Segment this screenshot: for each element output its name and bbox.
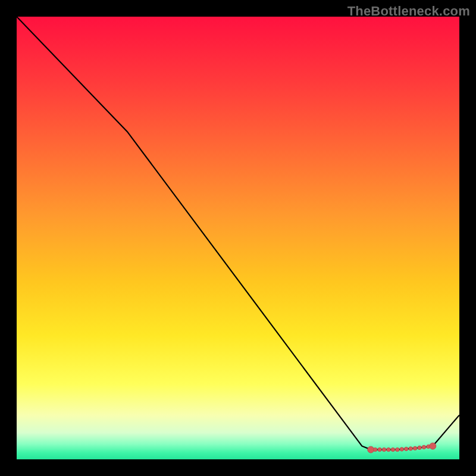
plot-frame [17,17,459,459]
optimum-marker [405,447,408,450]
optimum-marker [378,447,381,451]
optimum-marker [373,447,377,451]
optimum-marker [391,447,394,451]
optimum-marker [430,443,436,449]
gradient-background [17,17,459,459]
optimum-marker [409,447,412,450]
optimum-marker [400,447,403,451]
watermark-text: TheBottleneck.com [347,4,470,19]
optimum-marker [396,447,399,451]
optimum-marker [413,446,416,450]
optimum-marker [418,446,421,449]
optimum-marker [422,445,425,449]
chart-container: TheBottleneck.com [0,0,476,476]
chart-svg [17,17,459,459]
optimum-marker [382,447,386,451]
optimum-marker [387,447,390,451]
